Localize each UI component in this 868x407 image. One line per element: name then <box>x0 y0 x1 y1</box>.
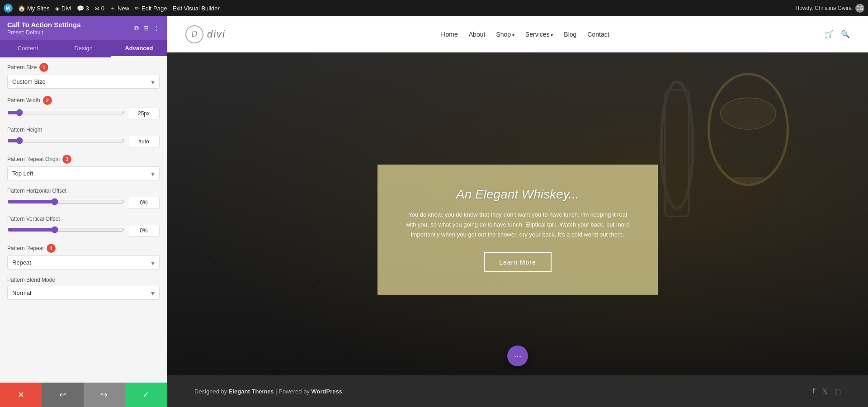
pattern-width-input[interactable] <box>128 108 160 119</box>
edit-page-label: Edit Page <box>142 5 167 12</box>
svg-point-1 <box>721 98 776 129</box>
pattern-blend-mode-select-wrapper: Normal Multiply Screen Overlay <box>7 286 160 300</box>
my-sites-link[interactable]: 🏠 My Sites <box>18 5 50 12</box>
plus-icon: ＋ <box>110 4 116 12</box>
message-icon: ✉ <box>94 5 99 12</box>
preset-label: Preset: Default <box>7 29 81 36</box>
pattern-width-field: Pattern Width 2 <box>7 96 160 119</box>
exit-builder-link[interactable]: Exit Visual Builder <box>172 5 220 12</box>
main-layout: Call To Action Settings Preset: Default … <box>0 0 868 407</box>
pattern-height-slider-wrap <box>7 137 124 146</box>
wp-logo-icon[interactable]: W <box>4 4 13 13</box>
nav-contact[interactable]: Contact <box>587 31 609 38</box>
pattern-height-slider-row <box>7 136 160 147</box>
pattern-blend-mode-field: Pattern Blend Mode Normal Multiply Scree… <box>7 277 160 300</box>
messages-link[interactable]: ✉ 0 <box>94 5 104 12</box>
panel-content: Pattern Size 1 Custom Size Small Medium … <box>0 57 167 383</box>
pattern-repeat-origin-select[interactable]: Top Left Top Center Top Right Center Bot… <box>8 167 159 180</box>
pattern-horizontal-offset-label: Pattern Horizontal Offset <box>7 188 160 194</box>
panel-header-icons: ⧉ ⊞ ⋮ <box>134 24 160 32</box>
footer-wordpress: WordPress <box>311 388 342 395</box>
svg-rect-4 <box>665 90 689 217</box>
footer-powered-by: | Powered by <box>275 388 310 395</box>
pattern-size-select[interactable]: Custom Size Small Medium Large <box>8 75 159 88</box>
redo-button[interactable]: ↪ <box>84 383 125 407</box>
fab-button[interactable]: ··· <box>507 345 528 366</box>
pattern-repeat-select[interactable]: Repeat Repeat X Repeat Y No Repeat <box>8 256 159 269</box>
edit-page-link[interactable]: ✏ Edit Page <box>135 5 167 12</box>
divi-label: Divi <box>61 5 71 12</box>
comments-link[interactable]: 💬 3 <box>77 5 89 12</box>
cta-text: You do know, you do know that they don't… <box>405 210 631 240</box>
badge-4: 4 <box>47 244 56 253</box>
tab-advanced[interactable]: Advanced <box>111 40 167 57</box>
divi-link[interactable]: ◈ Divi <box>55 5 71 12</box>
preview-area: D divi Home About Shop Services Blog Con… <box>167 16 868 407</box>
site-logo: D divi <box>185 25 226 43</box>
new-link[interactable]: ＋ New <box>110 4 129 12</box>
messages-count: 0 <box>101 5 104 12</box>
pattern-horizontal-offset-slider-wrap <box>7 198 124 207</box>
nav-home[interactable]: Home <box>441 31 458 38</box>
expand-icon[interactable]: ⊞ <box>143 24 149 32</box>
cart-icon[interactable]: 🛒 <box>825 30 834 38</box>
site-footer: Designed by Elegant Themes | Powered by … <box>167 375 868 407</box>
pattern-vertical-offset-label: Pattern Vertical Offset <box>7 216 160 222</box>
pattern-width-slider-row <box>7 108 160 119</box>
badge-2: 2 <box>43 96 52 105</box>
pattern-width-slider[interactable] <box>7 109 124 116</box>
panel-title: Call To Action Settings <box>7 21 81 28</box>
nav-shop[interactable]: Shop <box>496 31 514 38</box>
panel-header-info: Call To Action Settings Preset: Default <box>7 21 81 36</box>
more-options-icon[interactable]: ⋮ <box>153 24 160 32</box>
pattern-blend-mode-label: Pattern Blend Mode <box>7 277 160 283</box>
settings-panel: Call To Action Settings Preset: Default … <box>0 16 167 407</box>
cancel-button[interactable]: ✕ <box>0 383 42 407</box>
cta-box: An Elegant Whiskey... You do know, you d… <box>377 165 658 295</box>
pattern-repeat-field: Pattern Repeat 4 Repeat Repeat X Repeat … <box>7 244 160 270</box>
tab-content[interactable]: Content <box>0 40 56 57</box>
edit-icon: ✏ <box>135 5 140 12</box>
my-sites-label: My Sites <box>27 5 50 12</box>
pattern-size-label: Pattern Size 1 <box>7 63 160 72</box>
pattern-horizontal-offset-slider[interactable] <box>7 198 124 205</box>
pattern-size-field: Pattern Size 1 Custom Size Small Medium … <box>7 63 160 89</box>
pattern-horizontal-offset-slider-row <box>7 197 160 208</box>
confirm-button[interactable]: ✓ <box>125 383 167 407</box>
instagram-icon[interactable]: ◻ <box>835 387 841 396</box>
cta-button[interactable]: Learn More <box>484 252 552 272</box>
pattern-horizontal-offset-field: Pattern Horizontal Offset <box>7 188 160 208</box>
search-icon[interactable]: 🔍 <box>841 30 850 38</box>
pattern-vertical-offset-input[interactable] <box>128 225 160 237</box>
pattern-vertical-offset-slider[interactable] <box>7 226 124 233</box>
admin-bar: W 🏠 My Sites ◈ Divi 💬 3 ✉ 0 ＋ New ✏ Edit… <box>0 0 868 16</box>
pattern-height-field: Pattern Height <box>7 127 160 147</box>
nav-about[interactable]: About <box>469 31 486 38</box>
logo-letter: D <box>192 29 198 39</box>
undo-button[interactable]: ↩ <box>42 383 83 407</box>
new-label: New <box>118 5 129 12</box>
tab-design[interactable]: Design <box>56 40 111 57</box>
footer-elegant-themes: Elegant Themes <box>229 388 274 395</box>
panel-actions: ✕ ↩ ↪ ✓ <box>0 383 167 407</box>
pattern-height-slider[interactable] <box>7 137 124 144</box>
nav-blog[interactable]: Blog <box>564 31 576 38</box>
admin-bar-right: Howdy, Christina Gwira CG <box>796 4 864 13</box>
pattern-width-slider-wrap <box>7 109 124 118</box>
my-sites-icon: 🏠 <box>18 5 25 12</box>
nav-services[interactable]: Services <box>525 31 553 38</box>
facebook-icon[interactable]: f <box>813 387 815 396</box>
pattern-width-label: Pattern Width 2 <box>7 96 160 105</box>
footer-social: f 𝕏 ◻ <box>813 387 841 396</box>
footer-credit: Designed by Elegant Themes | Powered by … <box>194 388 342 395</box>
pattern-height-input[interactable] <box>128 136 160 147</box>
pattern-horizontal-offset-input[interactable] <box>128 197 160 208</box>
duplicate-icon[interactable]: ⧉ <box>134 24 139 32</box>
pattern-blend-mode-select[interactable]: Normal Multiply Screen Overlay <box>8 286 159 299</box>
svg-rect-2 <box>732 177 764 183</box>
pattern-vertical-offset-slider-row <box>7 225 160 237</box>
avatar[interactable]: CG <box>855 4 864 13</box>
hero-section: An Elegant Whiskey... You do know, you d… <box>167 52 868 407</box>
pattern-vertical-offset-field: Pattern Vertical Offset <box>7 216 160 237</box>
twitter-icon[interactable]: 𝕏 <box>822 387 828 396</box>
